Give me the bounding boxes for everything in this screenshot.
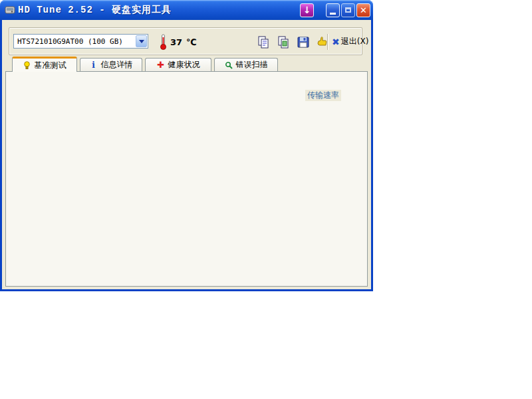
window-title: HD Tune 2.52 - 硬盘实用工具 <box>18 4 299 16</box>
tab-info-label: 信息详情 <box>101 59 133 70</box>
minimize-button[interactable] <box>326 3 340 17</box>
info-icon: i <box>90 61 98 69</box>
download-button[interactable]: ↓ <box>300 3 314 17</box>
temperature-value: 37 <box>170 37 182 47</box>
bulb-icon <box>23 61 31 69</box>
copy-text-icon[interactable] <box>257 35 270 49</box>
thermometer-icon <box>160 33 167 51</box>
close-button[interactable]: ✕ <box>356 3 370 17</box>
tab-error-scan[interactable]: 错误扫描 <box>214 58 278 71</box>
drive-select-dropdown-button[interactable] <box>136 35 147 47</box>
drive-select-value: HTS721010G9AT00 (100 GB) <box>14 37 136 46</box>
options-icon[interactable] <box>315 35 329 49</box>
tab-info[interactable]: i 信息详情 <box>80 58 142 71</box>
client-area: HTS721010G9AT00 (100 GB) 37 ℃ <box>2 20 371 289</box>
toolbar-separator <box>327 34 328 50</box>
maximize-icon <box>345 7 351 13</box>
tab-health[interactable]: ✚ 健康状况 <box>145 58 211 71</box>
chevron-down-icon <box>139 40 144 46</box>
titlebar[interactable]: HD Tune 2.52 - 硬盘实用工具 ↓ ✕ <box>0 0 373 20</box>
tab-benchmark-label: 基准测试 <box>35 60 66 71</box>
benchmark-page <box>5 71 368 287</box>
save-icon[interactable] <box>297 35 310 49</box>
tab-health-label: 健康状况 <box>168 59 200 70</box>
health-icon: ✚ <box>157 61 165 69</box>
tab-benchmark[interactable]: 基准测试 <box>12 57 77 72</box>
scan-icon <box>225 61 233 69</box>
app-icon <box>5 5 15 15</box>
exit-button[interactable]: ✖ 退出(X) <box>332 36 368 47</box>
hdtune-window: HD Tune 2.52 - 硬盘实用工具 ↓ ✕ HTS721010G9AT0… <box>0 0 373 291</box>
transfer-rate-group-title: 传输速率 <box>305 90 341 101</box>
exit-icon: ✖ <box>332 37 340 47</box>
maximize-button[interactable] <box>341 3 355 17</box>
temperature-indicator: 37 ℃ <box>160 33 197 51</box>
exit-label: 退出(X) <box>341 36 369 47</box>
minimize-icon <box>330 13 336 15</box>
drive-select[interactable]: HTS721010G9AT00 (100 GB) <box>13 34 148 49</box>
copy-image-icon[interactable] <box>277 35 290 49</box>
temperature-unit: ℃ <box>186 37 197 47</box>
tab-error-scan-label: 错误扫描 <box>236 59 268 70</box>
